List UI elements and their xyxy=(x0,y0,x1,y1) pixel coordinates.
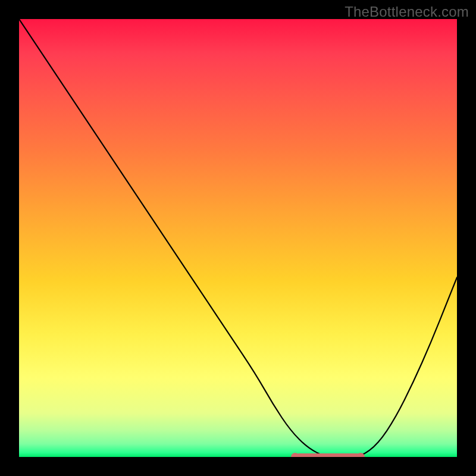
watermark-text: TheBottleneck.com xyxy=(345,4,469,20)
flat-region-left-dot xyxy=(291,453,299,457)
curve-svg xyxy=(19,19,457,457)
flat-region-marker xyxy=(295,453,361,457)
bottleneck-curve xyxy=(19,19,457,457)
plot-area xyxy=(19,19,457,457)
